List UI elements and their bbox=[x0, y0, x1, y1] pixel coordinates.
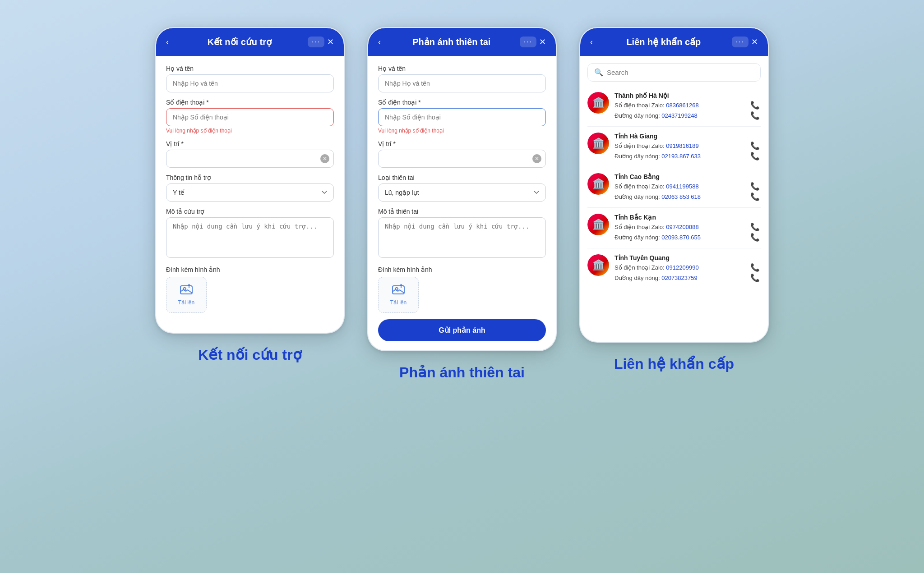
phone1-wrapper: ‹ Kết nối cứu trợ ··· ✕ Họ và tên Số điệ… bbox=[155, 27, 345, 363]
contact-item-3: 🏛️ Tỉnh Bắc Kạn Số điện thoại Zalo: 0974… bbox=[587, 208, 761, 248]
phone2-mota-label: Mô tả thiên tai bbox=[378, 208, 546, 215]
phone3-body: 🔍 🏛️ Thành phố Hà Nội Số điện thoại Zalo… bbox=[580, 56, 768, 342]
phone1-sdt-input[interactable] bbox=[166, 108, 334, 126]
phone1-vitri-wrapper: ✕ bbox=[166, 150, 334, 168]
phone1-thongtin-select[interactable]: Y tế bbox=[166, 183, 334, 202]
contact-item-0: 🏛️ Thành phố Hà Nội Số điện thoại Zalo: … bbox=[587, 86, 761, 127]
contact-zalo-number-2: 0941199588 bbox=[666, 183, 698, 190]
phone1: ‹ Kết nối cứu trợ ··· ✕ Họ và tên Số điệ… bbox=[155, 27, 345, 334]
phone1-upload-text: Tải lên bbox=[178, 299, 194, 306]
contact-hotline-row-0: Đường dây nóng: 02437199248 📞 bbox=[614, 111, 761, 120]
phone2-upload-text: Tải lên bbox=[390, 299, 407, 306]
phone2-title: Phản ánh thiên tai bbox=[383, 37, 520, 47]
phone3-contact-list: 🏛️ Thành phố Hà Nội Số điện thoại Zalo: … bbox=[587, 86, 761, 289]
avatar-img-1: 🏛️ bbox=[587, 133, 609, 154]
phone3-search-input[interactable] bbox=[607, 69, 754, 76]
contact-item-1: 🏛️ Tỉnh Hà Giang Số điện thoại Zalo: 091… bbox=[587, 127, 761, 167]
contact-zalo-call-3[interactable]: 📞 bbox=[749, 222, 761, 232]
phone3-close-button[interactable]: ✕ bbox=[748, 36, 761, 48]
phone2-sdt-error: Vui lòng nhập số điện thoại bbox=[378, 128, 546, 134]
svg-rect-0 bbox=[180, 286, 192, 294]
phone3: ‹ Liên hệ khẩn cấp ··· ✕ 🔍 🏛️ Thà bbox=[579, 27, 769, 343]
contact-info-0: Thành phố Hà Nội Số điện thoại Zalo: 083… bbox=[614, 92, 761, 120]
contact-hotline-call-0[interactable]: 📞 bbox=[749, 111, 761, 120]
contact-hotline-call-1[interactable]: 📞 bbox=[749, 151, 761, 161]
phone1-body: Họ và tên Số điện thoại * Vui lòng nhập … bbox=[156, 56, 344, 333]
phone1-header: ‹ Kết nối cứu trợ ··· ✕ bbox=[156, 28, 344, 56]
contact-region-0: Thành phố Hà Nội bbox=[614, 92, 761, 99]
phone1-thongtin-label: Thông tin hỗ trợ bbox=[166, 174, 334, 181]
contact-avatar-1: 🏛️ bbox=[587, 133, 609, 154]
contact-hotline-call-2[interactable]: 📞 bbox=[749, 192, 761, 202]
phone3-header: ‹ Liên hệ khẩn cấp ··· ✕ bbox=[580, 28, 768, 56]
contact-hotline-row-4: Đường dây nóng: 02073823759 📞 bbox=[614, 273, 761, 283]
contact-zalo-label-0: Số điện thoại Zalo: 0836861268 bbox=[614, 102, 699, 109]
contact-zalo-call-2[interactable]: 📞 bbox=[749, 182, 761, 191]
contact-avatar-2: 🏛️ bbox=[587, 173, 609, 195]
phone2-upload-box[interactable]: Tải lên bbox=[378, 277, 419, 313]
contact-hotline-label-3: Đường dây nóng: 02093.870.655 bbox=[614, 234, 701, 241]
phone2-ho-ten-input[interactable] bbox=[378, 74, 546, 92]
phone2-submit-button[interactable]: Gửi phản ánh bbox=[378, 319, 546, 341]
contact-hotline-row-2: Đường dây nóng: 02063 853 618 📞 bbox=[614, 192, 761, 202]
phone3-wrapper: ‹ Liên hệ khẩn cấp ··· ✕ 🔍 🏛️ Thà bbox=[579, 27, 769, 372]
phones-container: ‹ Kết nối cứu trợ ··· ✕ Họ và tên Số điệ… bbox=[0, 27, 924, 381]
contact-hotline-number-4: 02073823759 bbox=[661, 275, 698, 281]
contact-zalo-call-1[interactable]: 📞 bbox=[749, 141, 761, 151]
contact-hotline-call-3[interactable]: 📞 bbox=[749, 233, 761, 242]
phone1-vitri-clear[interactable]: ✕ bbox=[320, 154, 329, 163]
contact-info-4: Tỉnh Tuyên Quang Số điện thoại Zalo: 091… bbox=[614, 254, 761, 283]
phone1-dots-button[interactable]: ··· bbox=[308, 37, 324, 47]
phone1-close-button[interactable]: ✕ bbox=[324, 36, 337, 48]
contact-zalo-row-2: Số điện thoại Zalo: 0941199588 📞 bbox=[614, 182, 761, 191]
phone3-caption: Liên hệ khẩn cấp bbox=[614, 355, 734, 372]
search-icon: 🔍 bbox=[594, 68, 603, 77]
phone1-vitri-input[interactable] bbox=[166, 150, 334, 168]
contact-item-4: 🏛️ Tỉnh Tuyên Quang Số điện thoại Zalo: … bbox=[587, 248, 761, 289]
contact-zalo-call-4[interactable]: 📞 bbox=[749, 263, 761, 272]
contact-info-1: Tỉnh Hà Giang Số điện thoại Zalo: 091981… bbox=[614, 133, 761, 161]
contact-zalo-number-4: 0912209990 bbox=[666, 264, 698, 271]
phone1-caption: Kết nối cứu trợ bbox=[198, 346, 301, 363]
phone2-vitri-input[interactable] bbox=[378, 150, 546, 168]
contact-hotline-number-2: 02063 853 618 bbox=[661, 193, 701, 200]
contact-info-2: Tỉnh Cao Bằng Số điện thoại Zalo: 094119… bbox=[614, 173, 761, 202]
phone2-sdt-input[interactable] bbox=[378, 108, 546, 126]
contact-zalo-label-1: Số điện thoại Zalo: 0919816189 bbox=[614, 142, 699, 149]
phone2-loai-select[interactable]: Lũ, ngập lụt bbox=[378, 183, 546, 202]
contact-zalo-label-3: Số điện thoại Zalo: 0974200888 bbox=[614, 224, 699, 230]
phone3-back-button[interactable]: ‹ bbox=[587, 37, 596, 48]
phone1-ho-ten-input[interactable] bbox=[166, 74, 334, 92]
phone3-dots-button[interactable]: ··· bbox=[732, 37, 748, 47]
phone1-upload-box[interactable]: Tải lên bbox=[166, 277, 207, 313]
contact-zalo-row-3: Số điện thoại Zalo: 0974200888 📞 bbox=[614, 222, 761, 232]
contact-hotline-row-1: Đường dây nóng: 02193.867.633 📞 bbox=[614, 151, 761, 161]
phone2-loai-label: Loại thiên tai bbox=[378, 174, 546, 181]
contact-zalo-number-3: 0974200888 bbox=[666, 224, 698, 230]
contact-hotline-number-0: 02437199248 bbox=[661, 112, 698, 119]
avatar-img-4: 🏛️ bbox=[587, 254, 609, 276]
contact-region-2: Tỉnh Cao Bằng bbox=[614, 173, 761, 180]
phone2-vitri-clear[interactable]: ✕ bbox=[532, 154, 541, 163]
contact-region-3: Tỉnh Bắc Kạn bbox=[614, 214, 761, 221]
contact-hotline-call-4[interactable]: 📞 bbox=[749, 273, 761, 283]
contact-zalo-call-0[interactable]: 📞 bbox=[749, 101, 761, 110]
phone2-body: Họ và tên Số điện thoại * Vui lòng nhập … bbox=[368, 56, 556, 350]
contact-avatar-4: 🏛️ bbox=[587, 254, 609, 276]
phone1-back-button[interactable]: ‹ bbox=[163, 37, 171, 48]
contact-hotline-label-1: Đường dây nóng: 02193.867.633 bbox=[614, 153, 701, 160]
contact-info-3: Tỉnh Bắc Kạn Số điện thoại Zalo: 0974200… bbox=[614, 214, 761, 242]
contact-zalo-label-2: Số điện thoại Zalo: 0941199588 bbox=[614, 183, 699, 190]
contact-hotline-number-1: 02193.867.633 bbox=[661, 153, 701, 160]
phone2-dots-button[interactable]: ··· bbox=[520, 37, 536, 47]
contact-region-4: Tỉnh Tuyên Quang bbox=[614, 254, 761, 261]
phone2-back-button[interactable]: ‹ bbox=[375, 37, 383, 48]
phone2-vitri-label: Vị trí * bbox=[378, 140, 546, 147]
phone2-wrapper: ‹ Phản ánh thiên tai ··· ✕ Họ và tên Số … bbox=[367, 27, 557, 381]
phone1-mota-label: Mô tả cứu trợ bbox=[166, 208, 334, 215]
phone2-close-button[interactable]: ✕ bbox=[536, 36, 549, 48]
contact-zalo-row-4: Số điện thoại Zalo: 0912209990 📞 bbox=[614, 263, 761, 272]
phone1-mota-textarea[interactable] bbox=[166, 217, 334, 258]
phone2-mota-textarea[interactable] bbox=[378, 217, 546, 258]
avatar-img-0: 🏛️ bbox=[587, 92, 609, 114]
